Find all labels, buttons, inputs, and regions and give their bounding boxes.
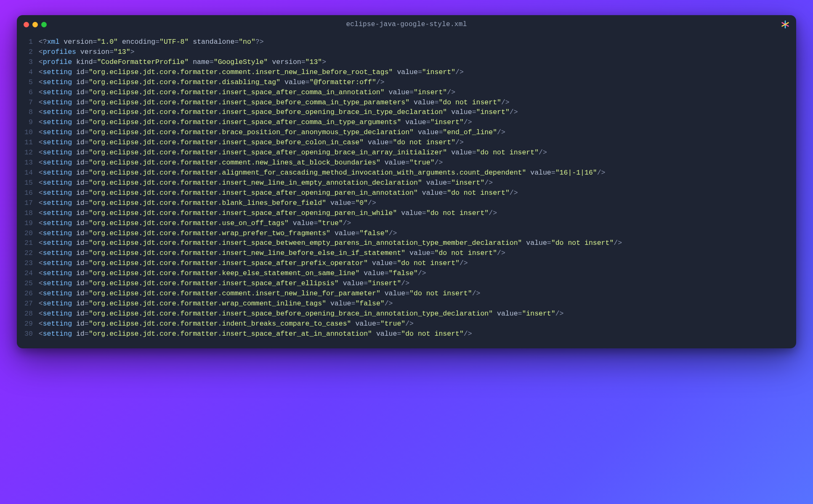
code-line: <setting id="org.eclipse.jdt.core.format… <box>39 88 781 98</box>
window-title: eclipse-java-google-style.xml <box>17 21 796 28</box>
code-line: <setting id="org.eclipse.jdt.core.format… <box>39 178 781 188</box>
code-line: <setting id="org.eclipse.jdt.core.format… <box>39 98 781 108</box>
code-line: <setting id="org.eclipse.jdt.core.format… <box>39 117 781 127</box>
line-number: 18 <box>24 208 33 218</box>
code-line: <setting id="org.eclipse.jdt.core.format… <box>39 228 781 239</box>
line-number: 17 <box>24 198 33 208</box>
titlebar: eclipse-java-google-style.xml <box>17 15 796 34</box>
line-number: 11 <box>24 138 33 148</box>
code-line: <setting id="org.eclipse.jdt.core.format… <box>39 218 781 228</box>
line-number: 7 <box>24 98 33 108</box>
code-line: <setting id="org.eclipse.jdt.core.format… <box>39 299 781 309</box>
line-number: 25 <box>24 279 33 289</box>
code-line: <setting id="org.eclipse.jdt.core.format… <box>39 238 781 248</box>
line-number: 19 <box>24 218 33 228</box>
line-number: 27 <box>24 299 33 309</box>
close-icon[interactable] <box>24 22 29 27</box>
line-number: 4 <box>24 67 33 77</box>
code-line: <setting id="org.eclipse.jdt.core.format… <box>39 289 781 299</box>
line-number: 2 <box>24 47 33 57</box>
code-line: <profiles version="13"> <box>39 47 781 57</box>
line-number-gutter: 1234567891011121314151617181920212223242… <box>17 37 39 339</box>
line-number: 6 <box>24 88 33 98</box>
code-line: <setting id="org.eclipse.jdt.core.format… <box>39 67 781 77</box>
code-line: <setting id="org.eclipse.jdt.core.format… <box>39 208 781 218</box>
code-line: <setting id="org.eclipse.jdt.core.format… <box>39 258 781 268</box>
line-number: 3 <box>24 57 33 67</box>
line-number: 24 <box>24 268 33 279</box>
code-line: <setting id="org.eclipse.jdt.core.format… <box>39 198 781 208</box>
code-line: <setting id="org.eclipse.jdt.core.format… <box>39 158 781 168</box>
line-number: 28 <box>24 309 33 319</box>
line-number: 20 <box>24 228 33 239</box>
code-editor[interactable]: 1234567891011121314151617181920212223242… <box>17 34 796 348</box>
line-number: 30 <box>24 329 33 339</box>
line-number: 13 <box>24 158 33 168</box>
code-line: <setting id="org.eclipse.jdt.core.format… <box>39 279 781 289</box>
code-line: <setting id="org.eclipse.jdt.core.format… <box>39 329 781 339</box>
zoom-icon[interactable] <box>41 22 47 27</box>
code-line: <profile kind="CodeFormatterProfile" nam… <box>39 57 781 67</box>
code-line: <setting id="org.eclipse.jdt.core.format… <box>39 107 781 117</box>
code-line: <setting id="org.eclipse.jdt.core.format… <box>39 138 781 148</box>
line-number: 29 <box>24 319 33 329</box>
line-number: 8 <box>24 107 33 117</box>
code-line: <setting id="org.eclipse.jdt.core.format… <box>39 319 781 329</box>
code-line: <setting id="org.eclipse.jdt.core.format… <box>39 248 781 258</box>
code-line: <setting id="org.eclipse.jdt.core.format… <box>39 168 781 178</box>
window-controls <box>24 22 47 27</box>
line-number: 1 <box>24 37 33 47</box>
line-number: 10 <box>24 127 33 138</box>
editor-window: eclipse-java-google-style.xml 1234567891… <box>17 15 796 348</box>
code-area[interactable]: <?xml version="1.0" encoding="UTF-8" sta… <box>39 37 789 339</box>
line-number: 14 <box>24 168 33 178</box>
code-line: <setting id="org.eclipse.jdt.core.format… <box>39 309 781 319</box>
asterisk-icon <box>781 20 789 29</box>
code-line: <setting id="org.eclipse.jdt.core.format… <box>39 268 781 279</box>
line-number: 12 <box>24 148 33 158</box>
code-line: <setting id="org.eclipse.jdt.core.format… <box>39 188 781 198</box>
line-number: 15 <box>24 178 33 188</box>
line-number: 22 <box>24 248 33 258</box>
line-number: 23 <box>24 258 33 268</box>
line-number: 5 <box>24 77 33 88</box>
minimize-icon[interactable] <box>32 22 38 27</box>
line-number: 21 <box>24 238 33 248</box>
line-number: 26 <box>24 289 33 299</box>
code-line: <?xml version="1.0" encoding="UTF-8" sta… <box>39 37 781 47</box>
line-number: 9 <box>24 117 33 127</box>
code-line: <setting id="org.eclipse.jdt.core.format… <box>39 148 781 158</box>
line-number: 16 <box>24 188 33 198</box>
code-line: <setting id="org.eclipse.jdt.core.format… <box>39 77 781 88</box>
code-line: <setting id="org.eclipse.jdt.core.format… <box>39 127 781 138</box>
